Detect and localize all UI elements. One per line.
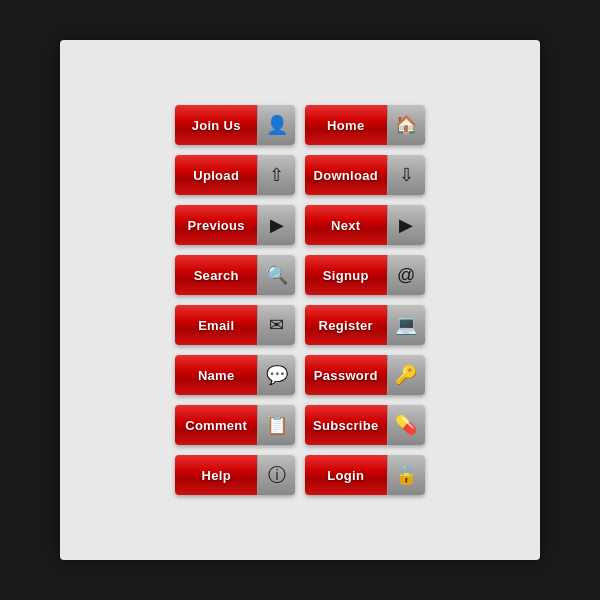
login-label: Login	[305, 455, 387, 495]
previous-label: Previous	[175, 205, 257, 245]
next-label: Next	[305, 205, 387, 245]
name-icon: 💬	[257, 355, 295, 395]
register-button[interactable]: Register💻	[305, 305, 425, 345]
subscribe-button[interactable]: Subscribe💊	[305, 405, 425, 445]
join-us-icon: 👤	[257, 105, 295, 145]
next-button[interactable]: Next▶	[305, 205, 425, 245]
home-label: Home	[305, 105, 387, 145]
upload-button[interactable]: Upload⇧	[175, 155, 295, 195]
email-label: Email	[175, 305, 257, 345]
upload-label: Upload	[175, 155, 257, 195]
download-button[interactable]: Download⇩	[305, 155, 425, 195]
home-icon: 🏠	[387, 105, 425, 145]
download-icon: ⇩	[387, 155, 425, 195]
download-label: Download	[305, 155, 387, 195]
signup-label: Signup	[305, 255, 387, 295]
help-button[interactable]: Helpⓘ	[175, 455, 295, 495]
button-grid: Join Us👤Home🏠Upload⇧Download⇩Previous▶Ne…	[155, 85, 444, 515]
next-icon: ▶	[387, 205, 425, 245]
email-icon: ✉	[257, 305, 295, 345]
help-label: Help	[175, 455, 257, 495]
comment-button[interactable]: Comment📋	[175, 405, 295, 445]
register-icon: 💻	[387, 305, 425, 345]
search-icon: 🔍	[257, 255, 295, 295]
password-icon: 🔑	[387, 355, 425, 395]
signup-icon: @	[387, 255, 425, 295]
comment-label: Comment	[175, 405, 257, 445]
previous-icon: ▶	[257, 205, 295, 245]
main-card: Join Us👤Home🏠Upload⇧Download⇩Previous▶Ne…	[60, 40, 540, 560]
search-label: Search	[175, 255, 257, 295]
signup-button[interactable]: Signup@	[305, 255, 425, 295]
join-us-label: Join Us	[175, 105, 257, 145]
login-button[interactable]: Login🔒	[305, 455, 425, 495]
name-label: Name	[175, 355, 257, 395]
name-button[interactable]: Name💬	[175, 355, 295, 395]
subscribe-icon: 💊	[387, 405, 425, 445]
subscribe-label: Subscribe	[305, 405, 387, 445]
join-us-button[interactable]: Join Us👤	[175, 105, 295, 145]
help-icon: ⓘ	[257, 455, 295, 495]
search-button[interactable]: Search🔍	[175, 255, 295, 295]
comment-icon: 📋	[257, 405, 295, 445]
email-button[interactable]: Email✉	[175, 305, 295, 345]
login-icon: 🔒	[387, 455, 425, 495]
password-label: Password	[305, 355, 387, 395]
upload-icon: ⇧	[257, 155, 295, 195]
register-label: Register	[305, 305, 387, 345]
home-button[interactable]: Home🏠	[305, 105, 425, 145]
password-button[interactable]: Password🔑	[305, 355, 425, 395]
previous-button[interactable]: Previous▶	[175, 205, 295, 245]
